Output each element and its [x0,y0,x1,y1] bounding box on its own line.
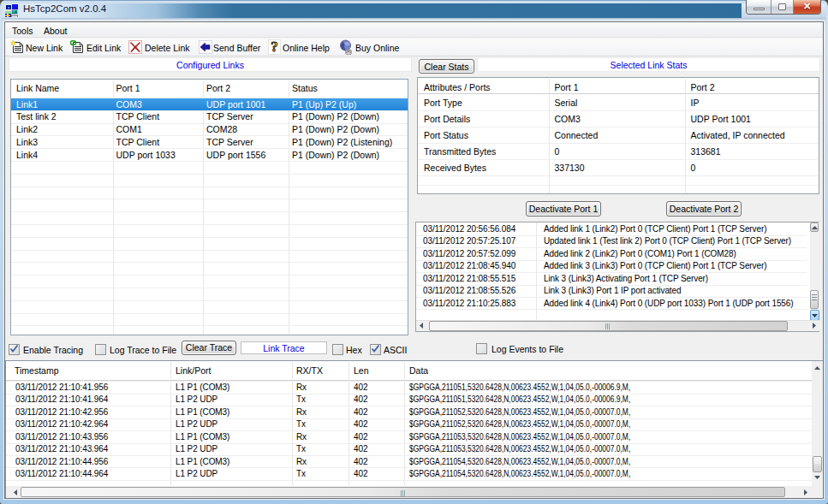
svg-text:?: ? [271,39,278,55]
